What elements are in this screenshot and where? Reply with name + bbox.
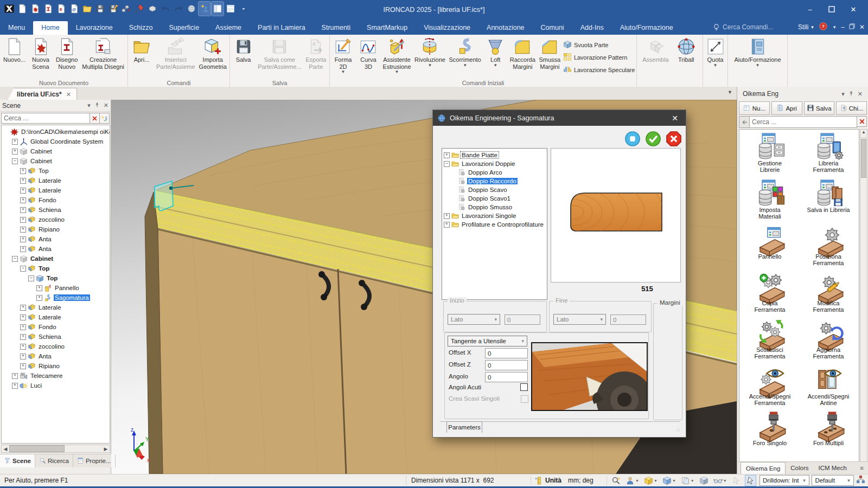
ribbon-scorrimento-button[interactable]: Scorrimento▼	[448, 36, 482, 68]
qat-sphere-icon[interactable]	[186, 2, 197, 16]
tangente-dropdown[interactable]: Tangente a Utensile▾	[448, 336, 527, 346]
scene-tree-item-top[interactable]: −Top	[2, 264, 110, 273]
ribbon-salva-button[interactable]: Salva	[232, 36, 256, 64]
fine-value-field[interactable]	[610, 314, 646, 325]
fine-lato-dropdown[interactable]: Lato▾	[553, 314, 606, 325]
catalog-search-clear-icon[interactable]	[857, 116, 867, 127]
tree-expand-toggle[interactable]: −	[20, 266, 26, 272]
scrollbar-thumb[interactable]	[9, 445, 65, 452]
ribbon-nuova-scena-button[interactable]: NuovaScena	[29, 36, 53, 70]
ribbon-tab-lavorazione[interactable]: Lavorazione	[68, 21, 121, 35]
tree-expand-toggle[interactable]: +	[20, 246, 26, 252]
scene-tree-item-laterale[interactable]: +Laterale	[2, 185, 110, 195]
ribbon-lavorazione-pattern-button[interactable]: Lavorazione Pattern	[563, 53, 635, 62]
ribbon-quota-button[interactable]: Quota▼	[704, 36, 727, 68]
scene-tree-item-anta[interactable]: +Anta	[2, 244, 110, 254]
scene-search-input[interactable]	[1, 113, 90, 124]
qat-undo-icon[interactable]	[159, 2, 171, 16]
tree-expand-toggle[interactable]: +	[20, 217, 26, 223]
tree-expand-toggle[interactable]: +	[20, 197, 26, 203]
catalog-tab-oikema-eng[interactable]: Oikema Eng	[741, 462, 786, 474]
tree-expand-toggle[interactable]: +	[20, 334, 26, 340]
status-st-cursor-icon[interactable]	[745, 476, 756, 486]
ribbon-tab-aiuto-formazione[interactable]: Aiuto/Formazione	[612, 21, 681, 35]
ribbon-tab-annotazione[interactable]: Annotazione	[478, 21, 533, 35]
scroll-left-icon[interactable]: ◀	[2, 446, 9, 452]
doc-restore-button[interactable]	[849, 23, 855, 31]
scene-tree-item-cabinet[interactable]: +Cabinet	[2, 146, 110, 156]
ribbon-importa-geometria-button[interactable]: ImportaGeometria	[198, 36, 228, 70]
status-st-person-icon[interactable]: ▼	[625, 476, 640, 486]
panel-close-icon[interactable]: ✕	[104, 102, 108, 109]
catalog-item-salva-in-libreria[interactable]: Salva in Libreria	[799, 176, 858, 223]
panel-tab-ricerca[interactable]: Ricerca	[35, 454, 73, 467]
scene-tree-item-cabinet[interactable]: −Cabinet	[2, 156, 110, 166]
hierarchy-icon[interactable]	[856, 475, 865, 486]
catalog-menu-arrow-icon[interactable]: ▾	[841, 91, 845, 98]
scene-tree-item-ripiano[interactable]: +Ripiano	[2, 224, 110, 234]
scene-tree-item-fondo[interactable]: +Fondo	[2, 195, 110, 205]
close-button[interactable]: ✕	[844, 2, 863, 16]
scene-tree-item-zoccolino[interactable]: +zoccolino	[2, 215, 110, 224]
scroll-right-icon[interactable]: ▶	[102, 446, 110, 452]
tree-expand-toggle[interactable]: +	[20, 207, 26, 213]
panel-tab-scene[interactable]: Scene	[0, 454, 35, 467]
tree-expand-toggle[interactable]: +	[36, 295, 42, 301]
qat-part-gray-icon[interactable]	[146, 2, 158, 16]
help-badge[interactable]: ?	[819, 22, 828, 33]
tree-expand-toggle[interactable]: +	[12, 373, 18, 379]
tree-expand-toggle[interactable]: +	[36, 285, 42, 291]
scene-tree-item-d-ironcad-oikema-esempi-oike[interactable]: D:\IronCAD\Oikema\esempi oiKe	[2, 127, 110, 137]
catalog-salva-button[interactable]: Salva	[804, 101, 835, 115]
ribbon-tab-strumenti[interactable]: Strumenti	[314, 21, 359, 35]
dialog-pause-button[interactable]	[624, 131, 641, 147]
config-dropdown[interactable]: Default▼	[812, 475, 854, 486]
catalog-item-copia-ferramenta[interactable]: CopiaFerramenta	[741, 269, 799, 316]
qat-page-icon[interactable]	[16, 2, 28, 16]
angoli-acuti-checkbox[interactable]	[520, 383, 528, 391]
command-search[interactable]: Cerca Comandi...	[712, 23, 794, 31]
status-st-zoom-icon[interactable]	[611, 476, 621, 486]
scene-tree-item-cabinet[interactable]: −Cabinet	[2, 254, 110, 264]
catalog-item-gestione-librerie[interactable]: GestioneLibrerie	[741, 130, 799, 176]
qat-pin-red-icon[interactable]	[133, 2, 145, 16]
catalog-item-foro-singolo[interactable]: Foro Singolo	[741, 409, 799, 456]
ribbon-triball-button[interactable]: Triball	[674, 36, 698, 64]
tree-expand-toggle[interactable]: −	[444, 161, 450, 167]
ribbon-tab-add-ins[interactable]: Add-Ins	[572, 21, 612, 35]
tree-expand-toggle[interactable]: +	[20, 354, 26, 359]
ribbon-smussa-margini-button[interactable]: SmussaMargini	[538, 36, 561, 70]
scene-filter-icon[interactable]	[100, 113, 110, 124]
tree-expand-toggle[interactable]: −	[12, 158, 18, 164]
machining-item-profilature-e-controprofilature[interactable]: +Profilature e Controprofilature	[442, 220, 547, 229]
qat-page-blue-icon[interactable]: @	[68, 2, 80, 16]
scene-tree-item-ripiano[interactable]: +Ripiano	[2, 361, 110, 371]
catalog-tabs-overflow[interactable]: ≡	[855, 462, 868, 474]
ribbon-tab-smartmarkup[interactable]: SmartMarkup	[359, 21, 416, 35]
scene-tree-item-top[interactable]: +Top	[2, 166, 110, 176]
catalog-item-aggiorna-ferramenta[interactable]: AggiornaFerramenta	[799, 316, 858, 363]
scene-tree-item-zoccolino[interactable]: +zoccolino	[2, 342, 110, 351]
tree-expand-toggle[interactable]: −	[12, 256, 18, 262]
scene-tree-item-laterale[interactable]: +Laterale	[2, 176, 110, 185]
panel-tab-proprie[interactable]: Proprie...	[73, 454, 116, 467]
catalog-tab-icm-mech[interactable]: ICM Mech	[814, 462, 852, 474]
status-st-cube-y-icon[interactable]: ▼	[643, 476, 658, 486]
catalog-item-fori-multipli[interactable]: Fori Multipli	[799, 409, 858, 456]
minimize-button[interactable]: –	[801, 2, 819, 16]
offset-z-field[interactable]	[485, 360, 528, 370]
status-st-glasses-icon[interactable]: ▼	[713, 476, 727, 486]
ribbon-creazione-multipla-disegni-button[interactable]: CreazioneMultipla Disegni	[81, 36, 125, 70]
tree-expand-toggle[interactable]: +	[20, 314, 26, 320]
qat-page-drawing-icon[interactable]	[42, 2, 54, 16]
ribbon-forma-2d-button[interactable]: Forma2D▼	[331, 36, 355, 75]
maximize-button[interactable]	[822, 2, 841, 16]
tree-expand-toggle[interactable]: +	[20, 227, 26, 233]
ribbon-raccorda-margini-button[interactable]: RaccordaMargini	[509, 36, 537, 70]
ribbon-assistente-estrusione-button[interactable]: AssistenteEstrusione▼	[382, 36, 412, 75]
scene-tree-item-sagomatura[interactable]: +Sagomatura	[2, 293, 110, 303]
qat-window-list-icon[interactable]	[225, 2, 237, 16]
tree-expand-toggle[interactable]: +	[12, 383, 18, 389]
qat-page-red-e-icon[interactable]: E	[55, 2, 67, 16]
ribbon-tab-assieme[interactable]: Assieme	[207, 21, 250, 35]
